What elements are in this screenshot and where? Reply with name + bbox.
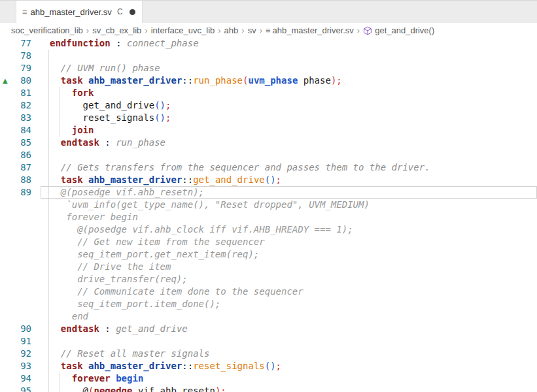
line-number[interactable]: 89 — [0, 186, 41, 199]
line-number[interactable]: 87 — [0, 161, 41, 174]
line-number[interactable]: 85 — [0, 137, 41, 149]
gutter[interactable]: 86 — [0, 149, 41, 161]
code-line[interactable]: 82 get_and_drive(); — [0, 99, 537, 112]
line-number[interactable]: 81 — [0, 87, 41, 99]
gutter[interactable]: 89 — [0, 186, 41, 199]
breadcrumb-item-sv[interactable]: sv — [248, 25, 256, 35]
gutter[interactable] — [0, 286, 41, 298]
line-number[interactable]: 95 — [0, 385, 41, 392]
code-line[interactable]: 91 — [0, 335, 537, 348]
code-line[interactable]: 88 task ahb_master_driver::get_and_drive… — [0, 174, 537, 186]
line-number[interactable]: 90 — [0, 323, 41, 335]
gutter[interactable] — [0, 223, 41, 236]
breadcrumb-item-interface-uvc-lib[interactable]: interface_uvc_lib — [151, 25, 215, 35]
line-number[interactable]: 79 — [0, 62, 41, 74]
line-number[interactable]: 94 — [0, 372, 41, 385]
gutter[interactable] — [0, 298, 41, 310]
gutter[interactable] — [0, 273, 41, 286]
ghost-code-line[interactable]: forever begin — [0, 211, 537, 223]
code-line[interactable]: 83 reset_signals(); — [0, 112, 537, 124]
code-line[interactable]: 92 // Reset all master signals — [0, 348, 537, 360]
code-line[interactable]: 79 // UVM run() phase — [0, 62, 537, 74]
line-number[interactable]: 92 — [0, 348, 41, 360]
line-number[interactable] — [0, 273, 41, 286]
modified-dot-icon[interactable] — [130, 9, 135, 15]
gutter[interactable] — [0, 199, 41, 211]
gutter[interactable]: 77 — [0, 37, 41, 50]
chevron-right-icon: › — [241, 25, 244, 35]
line-number[interactable]: 82 — [0, 99, 41, 112]
code-line[interactable]: 78 — [0, 50, 537, 62]
ghost-code-line[interactable]: // Drive the item — [0, 261, 537, 273]
line-number[interactable]: 78 — [0, 50, 41, 62]
gutter[interactable] — [0, 248, 41, 261]
code-line[interactable]: 84 join — [0, 124, 537, 137]
gutter[interactable]: 84 — [0, 124, 41, 137]
line-number[interactable] — [0, 236, 41, 248]
gutter[interactable]: 95 — [0, 385, 41, 392]
tab-ahb-master-driver[interactable]: ≡ ahb_master_driver.sv C — [16, 1, 143, 23]
line-number[interactable]: 91 — [0, 335, 41, 348]
gutter[interactable]: 79 — [0, 62, 41, 74]
code-line[interactable]: 85 endtask : run_phase — [0, 137, 537, 149]
gutter[interactable]: 87 — [0, 161, 41, 174]
line-number[interactable] — [0, 310, 41, 323]
gutter[interactable] — [0, 310, 41, 323]
code-line[interactable]: 86 — [0, 149, 537, 161]
gutter[interactable]: ▲80 — [0, 74, 41, 87]
line-number[interactable] — [0, 286, 41, 298]
ghost-code-line[interactable]: `uvm_info(get_type_name(), "Reset droppe… — [0, 199, 537, 211]
line-number[interactable]: 86 — [0, 149, 41, 161]
line-number[interactable]: 93 — [0, 360, 41, 372]
line-number[interactable]: 88 — [0, 174, 41, 186]
gutter[interactable] — [0, 261, 41, 273]
code-line[interactable]: 77endfunction : connect_phase — [0, 37, 537, 50]
ghost-code-line[interactable]: // Get new item from the sequencer — [0, 236, 537, 248]
gutter[interactable]: 94 — [0, 372, 41, 385]
code-line[interactable]: 94 forever begin — [0, 372, 537, 385]
tab-bar: ≡ ahb_master_driver.sv C — [0, 0, 537, 23]
code-line[interactable]: 81 fork — [0, 87, 537, 99]
gutter[interactable]: 92 — [0, 348, 41, 360]
ghost-code-line[interactable]: @(posedge vif.ahb_clock iff vif.AHB_HREA… — [0, 223, 537, 236]
gutter[interactable]: 81 — [0, 87, 41, 99]
gutter[interactable]: 90 — [0, 323, 41, 335]
code-editor[interactable]: 77endfunction : connect_phase7879 // UVM… — [0, 37, 537, 392]
ghost-code-line[interactable]: drive_transfer(req); — [0, 273, 537, 286]
ghost-code-line[interactable]: end — [0, 310, 537, 323]
breadcrumb-item-sv-cb-ex-lib[interactable]: sv_cb_ex_lib — [92, 25, 141, 35]
code-line[interactable]: 87 // Gets transfers from the sequencer … — [0, 161, 537, 174]
breadcrumb-item-ahb[interactable]: ahb — [224, 25, 239, 35]
code-line[interactable]: 95 @(negedge vif.ahb_resetn); — [0, 385, 537, 392]
line-number[interactable] — [0, 298, 41, 310]
line-number[interactable] — [0, 211, 41, 223]
gutter[interactable]: 78 — [0, 50, 41, 62]
ghost-code-line[interactable]: seq_item_port.get_next_item(req); — [0, 248, 537, 261]
line-number[interactable]: 84 — [0, 124, 41, 137]
line-number[interactable] — [0, 199, 41, 211]
ghost-code-line[interactable]: // Communicate item done to the sequence… — [0, 286, 537, 298]
line-number[interactable] — [0, 223, 41, 236]
breadcrumb-item-file[interactable]: ahb_master_driver.sv — [273, 25, 354, 35]
line-number[interactable] — [0, 248, 41, 261]
code-text: `uvm_info(get_type_name(), "Reset droppe… — [41, 199, 537, 211]
code-line[interactable]: ▲80 task ahb_master_driver::run_phase(uv… — [0, 74, 537, 87]
gutter[interactable]: 93 — [0, 360, 41, 372]
breadcrumb-item-symbol[interactable]: get_and_drive() — [375, 25, 434, 35]
gutter[interactable] — [0, 236, 41, 248]
breadcrumb-item-soc-verification-lib[interactable]: soc_verification_lib — [11, 25, 83, 35]
gutter[interactable] — [0, 211, 41, 223]
ghost-code-line[interactable]: seq_item_port.item_done(); — [0, 298, 537, 310]
code-text: drive_transfer(req); — [41, 273, 537, 286]
code-line[interactable]: 89 @(posedge vif.ahb_resetn); — [0, 186, 537, 199]
line-number[interactable]: 77 — [0, 37, 41, 50]
gutter[interactable]: 82 — [0, 99, 41, 112]
line-number[interactable] — [0, 261, 41, 273]
code-line[interactable]: 93 task ahb_master_driver::reset_signals… — [0, 360, 537, 372]
gutter[interactable]: 88 — [0, 174, 41, 186]
gutter[interactable]: 83 — [0, 112, 41, 124]
gutter[interactable]: 85 — [0, 137, 41, 149]
gutter[interactable]: 91 — [0, 335, 41, 348]
line-number[interactable]: 83 — [0, 112, 41, 124]
code-line[interactable]: 90 endtask : get_and_drive — [0, 323, 537, 335]
